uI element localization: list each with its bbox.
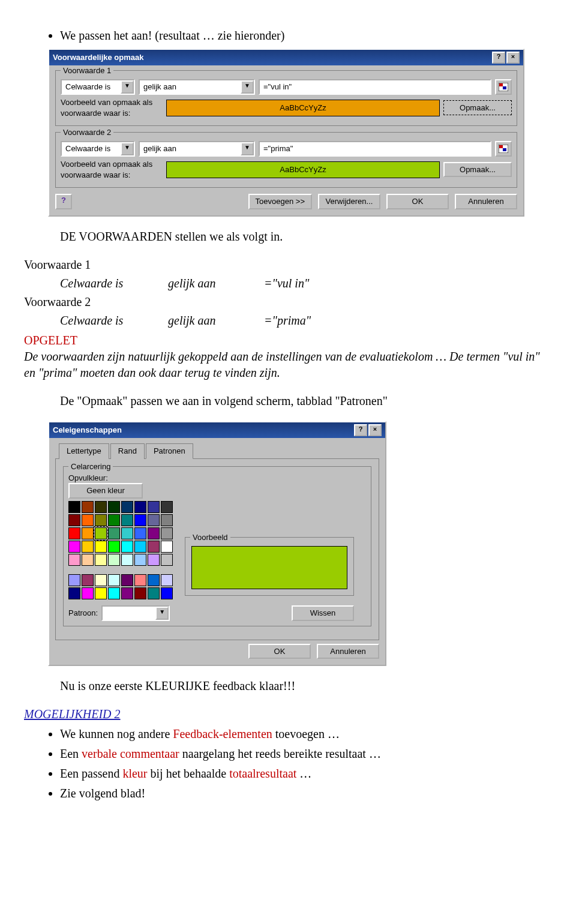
color-swatch[interactable]	[148, 527, 160, 539]
color-swatch[interactable]	[134, 501, 146, 513]
help-icon[interactable]: ?	[354, 424, 367, 436]
chevron-down-icon[interactable]: ▼	[121, 80, 134, 94]
chevron-down-icon[interactable]: ▼	[121, 142, 134, 155]
color-swatch[interactable]	[82, 574, 94, 586]
color-swatch[interactable]	[95, 541, 107, 553]
color-swatch[interactable]	[82, 541, 94, 553]
tab-rand[interactable]: Rand	[110, 443, 145, 459]
color-swatch[interactable]	[68, 501, 80, 513]
preview-swatch	[191, 546, 347, 589]
cond1-format-button[interactable]: Opmaak...	[443, 100, 512, 116]
close-icon[interactable]: ×	[368, 424, 382, 436]
color-swatch[interactable]	[121, 527, 133, 539]
color-swatch[interactable]	[68, 541, 80, 553]
mog2-item-4: Zie volgend blad!	[60, 785, 552, 802]
mog2-item-2: Een verbale commentaar naargelang het re…	[60, 746, 552, 762]
color-swatch[interactable]	[161, 554, 173, 566]
range-picker-icon[interactable]	[495, 141, 512, 157]
help-icon[interactable]: ?	[492, 52, 505, 64]
color-swatch[interactable]	[82, 554, 94, 566]
cond1-operator-combo[interactable]: gelijk aan▼	[139, 79, 255, 95]
color-swatch[interactable]	[108, 527, 120, 539]
color-swatch[interactable]	[108, 501, 120, 513]
color-swatch[interactable]	[68, 587, 80, 599]
pattern-combo[interactable]: ▼	[101, 605, 170, 621]
color-swatch[interactable]	[134, 574, 146, 586]
chevron-down-icon[interactable]: ▼	[241, 142, 254, 155]
color-swatch[interactable]	[95, 587, 107, 599]
dialog-titlebar: Celeigenschappen ? ×	[49, 422, 385, 438]
range-picker-icon[interactable]	[495, 79, 512, 95]
ok-button[interactable]: OK	[386, 194, 449, 209]
color-swatch[interactable]	[161, 587, 173, 599]
color-swatch[interactable]	[121, 514, 133, 526]
cancel-button[interactable]: Annuleren	[455, 194, 517, 209]
cond2-type-combo[interactable]: Celwaarde is▼	[61, 141, 135, 157]
cond2-value-input[interactable]: ="prima"	[259, 141, 491, 157]
color-swatch[interactable]	[68, 514, 80, 526]
color-swatch[interactable]	[161, 501, 173, 513]
color-swatch[interactable]	[95, 527, 107, 539]
conditional-format-dialog: Voorwaardelijke opmaak ? × Voorwaarde 1 …	[48, 49, 524, 217]
color-swatch[interactable]	[68, 527, 80, 539]
color-swatch[interactable]	[148, 514, 160, 526]
chevron-down-icon[interactable]: ▼	[241, 80, 254, 94]
color-swatch[interactable]	[121, 587, 133, 599]
color-swatch[interactable]	[95, 501, 107, 513]
tab-patronen[interactable]: Patronen	[146, 443, 193, 459]
color-swatch[interactable]	[134, 514, 146, 526]
svg-rect-3	[503, 86, 506, 89]
color-swatch[interactable]	[82, 527, 94, 539]
color-swatch[interactable]	[148, 554, 160, 566]
ok-button[interactable]: OK	[248, 644, 311, 659]
color-swatch[interactable]	[82, 501, 94, 513]
color-swatch[interactable]	[95, 554, 107, 566]
preview-group: Voorbeeld	[185, 537, 354, 596]
color-swatch[interactable]	[148, 587, 160, 599]
cond2-operator-combo[interactable]: gelijk aan▼	[139, 141, 255, 157]
color-swatch[interactable]	[134, 527, 146, 539]
color-swatch[interactable]	[148, 574, 160, 586]
close-icon[interactable]: ×	[506, 52, 520, 64]
color-swatch[interactable]	[134, 541, 146, 553]
dialog-help-button[interactable]: ?	[55, 194, 72, 209]
color-swatch[interactable]	[95, 514, 107, 526]
color-swatch[interactable]	[82, 514, 94, 526]
color-swatch[interactable]	[95, 574, 107, 586]
color-swatch[interactable]	[161, 514, 173, 526]
remove-button[interactable]: Verwijderen...	[318, 194, 380, 209]
color-swatch[interactable]	[134, 587, 146, 599]
clear-button[interactable]: Wissen	[292, 605, 354, 621]
add-button[interactable]: Toevoegen >>	[248, 194, 312, 209]
color-swatch[interactable]	[121, 541, 133, 553]
mog2-item-1: We kunnen nog andere Feedback-elementen …	[60, 726, 552, 742]
color-swatch[interactable]	[161, 541, 173, 553]
cond1-type-combo[interactable]: Celwaarde is▼	[61, 79, 135, 95]
color-swatch[interactable]	[108, 514, 120, 526]
tab-lettertype[interactable]: Lettertype	[59, 443, 109, 459]
color-swatch[interactable]	[161, 574, 173, 586]
cond2-preview-label: Voorbeeld van opmaak als voorwaarde waar…	[61, 159, 163, 180]
color-swatch[interactable]	[108, 554, 120, 566]
chevron-down-icon[interactable]: ▼	[155, 607, 169, 620]
color-swatch[interactable]	[161, 527, 173, 539]
cancel-button[interactable]: Annuleren	[317, 644, 379, 659]
color-swatch[interactable]	[68, 554, 80, 566]
dialog-title: Celeigenschappen	[53, 425, 122, 436]
color-swatch[interactable]	[121, 554, 133, 566]
color-swatch[interactable]	[134, 554, 146, 566]
color-swatch[interactable]	[121, 574, 133, 586]
cond2-format-button[interactable]: Opmaak...	[443, 162, 512, 178]
color-swatch[interactable]	[121, 501, 133, 513]
color-swatch[interactable]	[148, 541, 160, 553]
color-swatch[interactable]	[68, 574, 80, 586]
color-swatch[interactable]	[108, 541, 120, 553]
color-swatch[interactable]	[108, 574, 120, 586]
color-swatch[interactable]	[82, 587, 94, 599]
no-color-button[interactable]: Geen kleur	[68, 483, 143, 499]
opvulkleur-label: Opvulkleur:	[68, 473, 366, 484]
color-swatch[interactable]	[108, 587, 120, 599]
mogelijkheid-2-head: MOGELIJKHEID 2	[24, 706, 552, 722]
color-swatch[interactable]	[148, 501, 160, 513]
cond1-value-input[interactable]: ="vul in"	[259, 79, 491, 95]
